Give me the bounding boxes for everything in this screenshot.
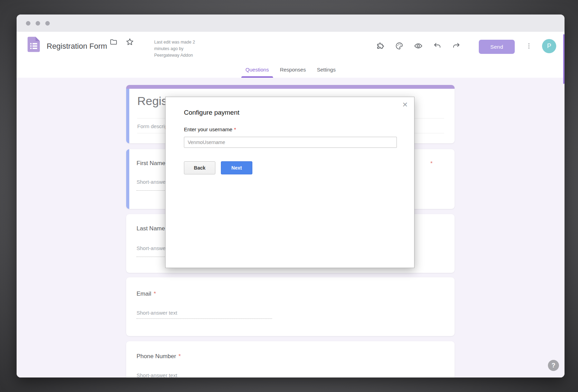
app-header: Registration Form Last edit was made 2 m… — [17, 32, 565, 61]
window-control-dot[interactable] — [36, 21, 40, 26]
redo-icon[interactable] — [449, 39, 463, 53]
help-button[interactable]: ? — [548, 360, 559, 371]
more-options-icon[interactable] — [522, 39, 536, 53]
card-accent-bar — [126, 85, 455, 89]
question-card-phone-number[interactable]: Phone Number* Short-answer text — [126, 341, 455, 377]
selected-card-indicator — [126, 89, 129, 143]
answer-underline — [137, 318, 272, 319]
required-asterisk: * — [234, 126, 236, 132]
document-title[interactable]: Registration Form — [47, 42, 107, 51]
app-window: Registration Form Last edit was made 2 m… — [17, 15, 565, 377]
tab-responses[interactable]: Responses — [274, 61, 311, 78]
next-button[interactable]: Next — [221, 161, 252, 174]
question-title-text: Email — [137, 290, 151, 297]
close-icon[interactable]: ✕ — [402, 101, 408, 108]
question-title[interactable]: Phone Number* — [137, 353, 181, 360]
last-edit-status[interactable]: Last edit was made 2 minutes ago by Peer… — [154, 39, 205, 58]
selected-card-indicator — [126, 149, 129, 209]
screenshot-stage: Registration Form Last edit was made 2 m… — [0, 0, 578, 392]
add-ons-puzzle-icon[interactable] — [373, 39, 387, 53]
question-card-email[interactable]: Email* Short-answer text — [126, 277, 455, 336]
preview-eye-icon[interactable] — [411, 39, 425, 53]
required-asterisk: * — [430, 161, 432, 167]
send-button[interactable]: Send — [479, 40, 515, 54]
theme-palette-icon[interactable] — [392, 39, 406, 53]
username-label-text: Enter your username — [184, 126, 232, 132]
window-titlebar — [17, 15, 565, 32]
window-control-dot[interactable] — [45, 21, 50, 26]
back-button[interactable]: Back — [184, 161, 215, 174]
question-title[interactable]: First Name — [137, 160, 165, 167]
question-title[interactable]: Last Name — [137, 225, 165, 232]
undo-icon[interactable] — [430, 39, 444, 53]
tabs-bar: Questions Responses Settings — [17, 61, 565, 78]
scrollbar-thumb[interactable] — [563, 34, 565, 84]
question-title[interactable]: Email* — [137, 290, 156, 297]
star-icon[interactable] — [123, 35, 137, 49]
google-forms-icon — [26, 36, 41, 52]
required-asterisk: * — [178, 353, 181, 360]
answer-placeholder: Short-answer text — [137, 372, 177, 377]
tab-questions[interactable]: Questions — [240, 61, 274, 78]
move-to-folder-icon[interactable] — [106, 35, 120, 49]
dialog-title: Configure payment — [184, 109, 240, 116]
account-avatar[interactable]: P — [542, 39, 556, 53]
window-control-dot[interactable] — [26, 21, 30, 26]
venmo-username-input[interactable] — [184, 137, 397, 148]
question-title-text: Phone Number — [137, 353, 176, 360]
required-asterisk: * — [154, 290, 156, 297]
username-field-label: Enter your username* — [184, 126, 236, 132]
answer-placeholder: Short-answer text — [137, 310, 177, 316]
tab-settings[interactable]: Settings — [311, 61, 341, 78]
configure-payment-dialog: ✕ Configure payment Enter your username*… — [165, 97, 414, 268]
